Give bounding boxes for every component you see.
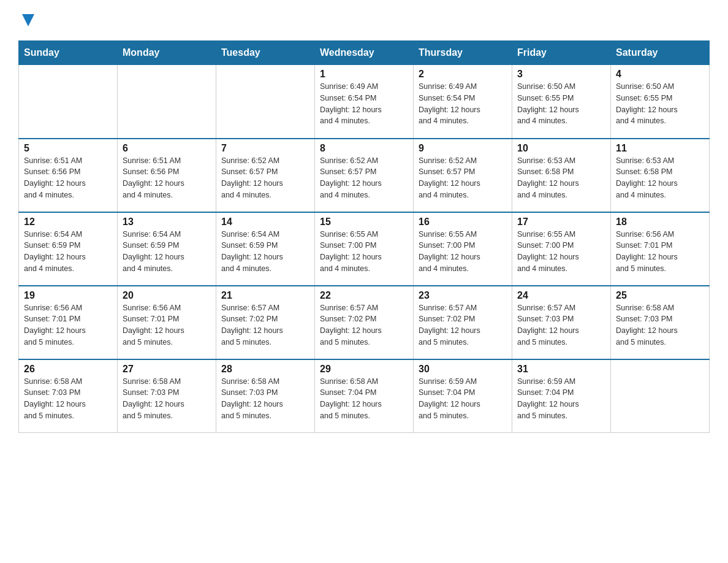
day-number: 14 (221, 216, 309, 228)
calendar-cell: 18Sunrise: 6:56 AM Sunset: 7:01 PM Dayli… (611, 212, 710, 286)
day-info: Sunrise: 6:53 AM Sunset: 6:58 PM Dayligh… (517, 155, 605, 201)
week-row-2: 5Sunrise: 6:51 AM Sunset: 6:56 PM Daylig… (19, 139, 710, 212)
logo-arrow-icon (20, 12, 37, 32)
calendar-cell: 31Sunrise: 6:59 AM Sunset: 7:04 PM Dayli… (512, 359, 611, 433)
day-number: 20 (123, 290, 211, 301)
day-number: 19 (24, 290, 112, 301)
calendar-cell: 16Sunrise: 6:55 AM Sunset: 7:00 PM Dayli… (414, 212, 512, 286)
day-info: Sunrise: 6:55 AM Sunset: 7:00 PM Dayligh… (517, 229, 605, 275)
day-info: Sunrise: 6:52 AM Sunset: 6:57 PM Dayligh… (320, 155, 408, 201)
logo-text (18, 12, 37, 32)
day-info: Sunrise: 6:57 AM Sunset: 7:03 PM Dayligh… (517, 302, 605, 348)
calendar-cell: 13Sunrise: 6:54 AM Sunset: 6:59 PM Dayli… (118, 212, 216, 286)
calendar-cell: 19Sunrise: 6:56 AM Sunset: 7:01 PM Dayli… (19, 286, 118, 359)
header-tuesday: Tuesday (216, 41, 315, 65)
header-thursday: Thursday (414, 41, 512, 65)
calendar-cell: 22Sunrise: 6:57 AM Sunset: 7:02 PM Dayli… (315, 286, 414, 359)
week-row-5: 26Sunrise: 6:58 AM Sunset: 7:03 PM Dayli… (19, 359, 710, 433)
day-info: Sunrise: 6:51 AM Sunset: 6:56 PM Dayligh… (123, 155, 211, 201)
day-number: 21 (221, 290, 309, 301)
day-number: 5 (24, 143, 112, 154)
calendar-cell: 7Sunrise: 6:52 AM Sunset: 6:57 PM Daylig… (216, 139, 315, 212)
day-number: 12 (24, 216, 112, 228)
logo (18, 12, 37, 28)
header-friday: Friday (512, 41, 611, 65)
calendar-body: 1Sunrise: 6:49 AM Sunset: 6:54 PM Daylig… (19, 65, 710, 433)
calendar-cell (118, 65, 216, 139)
day-number: 26 (24, 364, 112, 375)
calendar-cell: 27Sunrise: 6:58 AM Sunset: 7:03 PM Dayli… (118, 359, 216, 433)
calendar-cell: 17Sunrise: 6:55 AM Sunset: 7:00 PM Dayli… (512, 212, 611, 286)
calendar-cell: 26Sunrise: 6:58 AM Sunset: 7:03 PM Dayli… (19, 359, 118, 433)
calendar-cell (611, 359, 710, 433)
header-monday: Monday (118, 41, 216, 65)
day-number: 27 (123, 364, 211, 375)
calendar-cell: 11Sunrise: 6:53 AM Sunset: 6:58 PM Dayli… (611, 139, 710, 212)
header-sunday: Sunday (19, 41, 118, 65)
day-number: 3 (517, 69, 605, 80)
day-info: Sunrise: 6:54 AM Sunset: 6:59 PM Dayligh… (221, 229, 309, 275)
day-info: Sunrise: 6:58 AM Sunset: 7:03 PM Dayligh… (123, 376, 211, 422)
day-info: Sunrise: 6:56 AM Sunset: 7:01 PM Dayligh… (24, 302, 112, 348)
day-info: Sunrise: 6:54 AM Sunset: 6:59 PM Dayligh… (123, 229, 211, 275)
day-info: Sunrise: 6:52 AM Sunset: 6:57 PM Dayligh… (221, 155, 309, 201)
day-number: 10 (517, 143, 605, 154)
calendar-table: SundayMondayTuesdayWednesdayThursdayFrid… (18, 40, 710, 433)
calendar-cell: 28Sunrise: 6:58 AM Sunset: 7:03 PM Dayli… (216, 359, 315, 433)
calendar-cell: 30Sunrise: 6:59 AM Sunset: 7:04 PM Dayli… (414, 359, 512, 433)
day-number: 9 (419, 143, 507, 154)
week-row-1: 1Sunrise: 6:49 AM Sunset: 6:54 PM Daylig… (19, 65, 710, 139)
calendar-cell: 6Sunrise: 6:51 AM Sunset: 6:56 PM Daylig… (118, 139, 216, 212)
day-info: Sunrise: 6:49 AM Sunset: 6:54 PM Dayligh… (419, 81, 507, 127)
day-number: 29 (320, 364, 408, 375)
calendar-cell: 14Sunrise: 6:54 AM Sunset: 6:59 PM Dayli… (216, 212, 315, 286)
day-info: Sunrise: 6:56 AM Sunset: 7:01 PM Dayligh… (123, 302, 211, 348)
day-number: 7 (221, 143, 309, 154)
day-number: 31 (517, 364, 605, 375)
day-info: Sunrise: 6:49 AM Sunset: 6:54 PM Dayligh… (320, 81, 408, 127)
day-number: 28 (221, 364, 309, 375)
day-info: Sunrise: 6:55 AM Sunset: 7:00 PM Dayligh… (320, 229, 408, 275)
day-info: Sunrise: 6:57 AM Sunset: 7:02 PM Dayligh… (221, 302, 309, 348)
day-number: 30 (419, 364, 507, 375)
day-number: 13 (123, 216, 211, 228)
calendar-cell: 21Sunrise: 6:57 AM Sunset: 7:02 PM Dayli… (216, 286, 315, 359)
day-info: Sunrise: 6:58 AM Sunset: 7:03 PM Dayligh… (24, 376, 112, 422)
calendar-cell: 9Sunrise: 6:52 AM Sunset: 6:57 PM Daylig… (414, 139, 512, 212)
day-info: Sunrise: 6:54 AM Sunset: 6:59 PM Dayligh… (24, 229, 112, 275)
day-info: Sunrise: 6:59 AM Sunset: 7:04 PM Dayligh… (517, 376, 605, 422)
day-info: Sunrise: 6:52 AM Sunset: 6:57 PM Dayligh… (419, 155, 507, 201)
day-number: 24 (517, 290, 605, 301)
day-info: Sunrise: 6:50 AM Sunset: 6:55 PM Dayligh… (616, 81, 704, 127)
calendar-cell: 5Sunrise: 6:51 AM Sunset: 6:56 PM Daylig… (19, 139, 118, 212)
calendar-cell: 24Sunrise: 6:57 AM Sunset: 7:03 PM Dayli… (512, 286, 611, 359)
calendar-cell: 4Sunrise: 6:50 AM Sunset: 6:55 PM Daylig… (611, 65, 710, 139)
day-number: 25 (616, 290, 704, 301)
week-row-3: 12Sunrise: 6:54 AM Sunset: 6:59 PM Dayli… (19, 212, 710, 286)
calendar-cell: 15Sunrise: 6:55 AM Sunset: 7:00 PM Dayli… (315, 212, 414, 286)
day-info: Sunrise: 6:58 AM Sunset: 7:03 PM Dayligh… (221, 376, 309, 422)
calendar-cell: 20Sunrise: 6:56 AM Sunset: 7:01 PM Dayli… (118, 286, 216, 359)
day-number: 2 (419, 69, 507, 80)
calendar-cell (216, 65, 315, 139)
page-header (18, 12, 710, 28)
calendar-cell: 12Sunrise: 6:54 AM Sunset: 6:59 PM Dayli… (19, 212, 118, 286)
week-row-4: 19Sunrise: 6:56 AM Sunset: 7:01 PM Dayli… (19, 286, 710, 359)
day-info: Sunrise: 6:57 AM Sunset: 7:02 PM Dayligh… (320, 302, 408, 348)
day-number: 18 (616, 216, 704, 228)
calendar-header: SundayMondayTuesdayWednesdayThursdayFrid… (19, 41, 710, 65)
day-number: 8 (320, 143, 408, 154)
calendar-cell: 1Sunrise: 6:49 AM Sunset: 6:54 PM Daylig… (315, 65, 414, 139)
calendar-cell: 2Sunrise: 6:49 AM Sunset: 6:54 PM Daylig… (414, 65, 512, 139)
header-saturday: Saturday (611, 41, 710, 65)
day-info: Sunrise: 6:55 AM Sunset: 7:00 PM Dayligh… (419, 229, 507, 275)
calendar-cell: 29Sunrise: 6:58 AM Sunset: 7:04 PM Dayli… (315, 359, 414, 433)
day-info: Sunrise: 6:58 AM Sunset: 7:04 PM Dayligh… (320, 376, 408, 422)
day-number: 16 (419, 216, 507, 228)
day-info: Sunrise: 6:50 AM Sunset: 6:55 PM Dayligh… (517, 81, 605, 127)
header-row: SundayMondayTuesdayWednesdayThursdayFrid… (19, 41, 710, 65)
day-info: Sunrise: 6:57 AM Sunset: 7:02 PM Dayligh… (419, 302, 507, 348)
header-wednesday: Wednesday (315, 41, 414, 65)
day-number: 15 (320, 216, 408, 228)
calendar-cell: 8Sunrise: 6:52 AM Sunset: 6:57 PM Daylig… (315, 139, 414, 212)
